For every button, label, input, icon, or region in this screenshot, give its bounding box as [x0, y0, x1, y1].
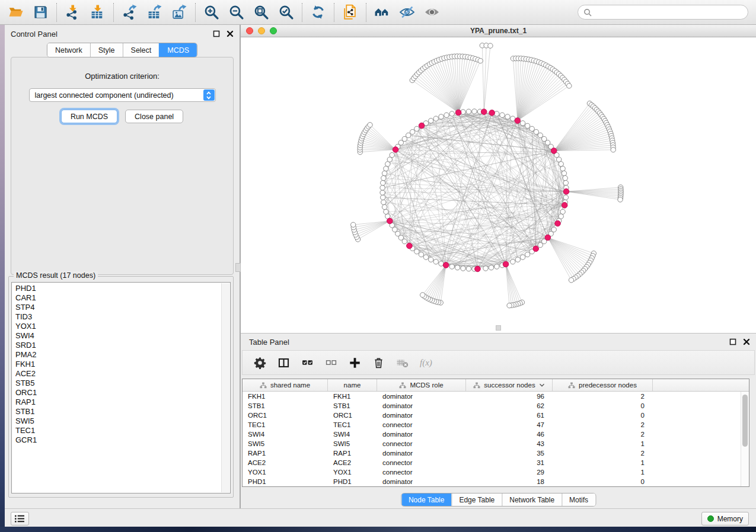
settings-button[interactable] — [253, 355, 267, 370]
graph-node[interactable] — [559, 214, 563, 219]
column-button[interactable] — [276, 355, 291, 370]
tab-network[interactable]: Network — [47, 43, 90, 57]
graph-hub-node[interactable] — [419, 123, 425, 129]
graph-node[interactable] — [507, 303, 512, 308]
graph-node[interactable] — [525, 252, 529, 257]
graph-hub-node[interactable] — [503, 261, 509, 267]
graph-node[interactable] — [483, 266, 488, 271]
graph-node[interactable] — [381, 181, 385, 185]
graph-node[interactable] — [381, 200, 386, 204]
network-canvas[interactable] — [241, 37, 756, 333]
mcds-result-item[interactable]: FKH1 — [12, 360, 222, 369]
show-all-button[interactable] — [423, 4, 441, 21]
graph-node[interactable] — [410, 130, 414, 134]
mcds-result-item[interactable]: PHD1 — [12, 284, 222, 293]
graph-node[interactable] — [569, 278, 573, 283]
table-scrollbar-thumb[interactable] — [742, 395, 748, 447]
graph-hub-node[interactable] — [551, 148, 557, 154]
graph-node[interactable] — [525, 123, 529, 128]
graph-hub-node[interactable] — [407, 243, 413, 249]
graph-hub-node[interactable] — [515, 118, 521, 124]
task-history-button[interactable] — [11, 512, 29, 525]
graph-node[interactable] — [429, 257, 433, 262]
refresh-button[interactable] — [310, 4, 327, 21]
graph-node[interactable] — [382, 204, 387, 209]
mcds-result-item[interactable]: STB5 — [12, 379, 222, 388]
new-network-from-selection-button[interactable] — [342, 4, 359, 21]
tab-network-table[interactable]: Network Table — [502, 493, 562, 506]
graph-node[interactable] — [444, 113, 449, 117]
graph-node[interactable] — [351, 222, 356, 227]
mcds-result-item[interactable]: ORC1 — [12, 388, 222, 398]
graph-node[interactable] — [433, 259, 438, 264]
table-row[interactable]: STB1STB1dominator620 — [243, 401, 741, 411]
graph-node[interactable] — [466, 267, 471, 271]
float-panel-icon[interactable] — [212, 30, 220, 37]
graph-node[interactable] — [455, 265, 460, 270]
table-row[interactable]: PHD1PHD1dominator180 — [243, 477, 741, 486]
import-network-button[interactable] — [64, 4, 81, 21]
deselect-all-button[interactable] — [324, 355, 338, 370]
graph-node[interactable] — [368, 123, 372, 127]
zoom-out-button[interactable] — [228, 4, 245, 21]
graph-node[interactable] — [419, 252, 423, 257]
graph-node[interactable] — [380, 185, 385, 190]
graph-node[interactable] — [423, 255, 428, 259]
mcds-result-item[interactable]: SRD1 — [12, 341, 222, 350]
tab-motifs[interactable]: Motifs — [562, 493, 595, 506]
vertical-splitter-handle[interactable] — [235, 263, 241, 272]
tab-select[interactable]: Select — [123, 43, 160, 57]
close-table-panel-icon[interactable] — [742, 338, 750, 345]
mcds-result-item[interactable]: YOX1 — [12, 322, 222, 331]
graph-hub-node[interactable] — [475, 266, 481, 272]
graph-node[interactable] — [472, 109, 477, 114]
graph-node[interactable] — [429, 118, 433, 123]
graph-node[interactable] — [382, 171, 387, 175]
graph-node[interactable] — [406, 133, 411, 137]
graph-node[interactable] — [381, 175, 386, 180]
graph-node[interactable] — [534, 130, 538, 134]
graph-node[interactable] — [466, 109, 471, 114]
graph-node[interactable] — [511, 259, 515, 264]
zoom-fit-button[interactable] — [253, 4, 270, 21]
import-table-button[interactable] — [89, 4, 106, 21]
graph-node[interactable] — [618, 197, 623, 202]
hide-selected-button[interactable] — [398, 4, 416, 21]
mcds-result-item[interactable]: RAP1 — [12, 398, 222, 407]
graph-node[interactable] — [538, 242, 543, 247]
graph-node[interactable] — [611, 148, 615, 152]
graph-node[interactable] — [495, 111, 499, 116]
mcds-result-item[interactable]: TID3 — [12, 312, 222, 322]
column-header-shared-name[interactable]: shared name — [243, 379, 328, 391]
export-image-button[interactable] — [171, 4, 188, 21]
graph-hub-node[interactable] — [481, 109, 487, 115]
graph-hub-node[interactable] — [393, 147, 398, 153]
graph-node[interactable] — [384, 209, 388, 214]
zoom-selected-button[interactable] — [277, 4, 295, 21]
graph-node[interactable] — [538, 133, 543, 137]
graph-hub-node[interactable] — [533, 246, 539, 252]
graph-hub-node[interactable] — [443, 262, 449, 268]
graph-hub-node[interactable] — [555, 220, 561, 226]
table-row[interactable]: YOX1YOX1connector291 — [243, 467, 741, 477]
graph-node[interactable] — [488, 43, 493, 48]
graph-node[interactable] — [449, 111, 454, 116]
network-graph[interactable] — [241, 37, 756, 333]
graph-hub-node[interactable] — [545, 235, 551, 241]
column-header-MCDS-role[interactable]: MCDS role — [377, 379, 466, 391]
graph-node[interactable] — [529, 126, 534, 131]
graph-node[interactable] — [380, 190, 385, 195]
graph-node[interactable] — [420, 293, 425, 297]
tab-style[interactable]: Style — [90, 43, 123, 57]
graph-node[interactable] — [489, 265, 493, 270]
export-network-button[interactable] — [121, 4, 138, 21]
add-button[interactable] — [347, 355, 362, 370]
mcds-result-item[interactable]: STP4 — [12, 303, 222, 312]
graph-node[interactable] — [439, 114, 444, 119]
graph-node[interactable] — [520, 121, 525, 126]
graph-node[interactable] — [500, 113, 505, 117]
delete-button[interactable] — [371, 355, 385, 370]
graph-node[interactable] — [381, 195, 385, 200]
graph-node[interactable] — [520, 255, 525, 259]
graph-node[interactable] — [559, 162, 563, 166]
